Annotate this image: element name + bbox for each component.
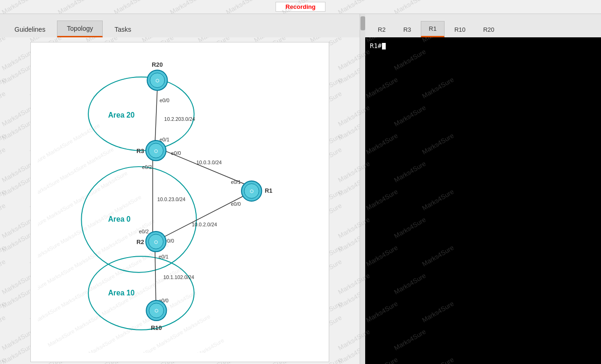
svg-text:R2: R2 xyxy=(136,238,144,245)
svg-text:e0/1: e0/1 xyxy=(159,254,169,259)
router-tab-r1[interactable]: R1 xyxy=(421,21,445,37)
svg-text:Area 20: Area 20 xyxy=(108,111,134,119)
left-panel: Marks4SureMarks4SureMarks4SureMarks4Sure… xyxy=(0,14,360,364)
svg-text:e0/1: e0/1 xyxy=(231,179,240,185)
router-r1: ⬡ R1 xyxy=(241,181,272,201)
terminal-prompt: R1# xyxy=(370,42,382,49)
svg-text:R10: R10 xyxy=(151,324,162,331)
svg-text:Area 0: Area 0 xyxy=(108,215,130,223)
svg-text:10.0.2.0/24: 10.0.2.0/24 xyxy=(192,222,217,227)
tab-guidelines[interactable]: Guidelines xyxy=(5,21,55,37)
top-bar: Recording xyxy=(0,0,601,14)
main-container: Marks4SureMarks4SureMarks4SureMarks4Sure… xyxy=(0,14,601,364)
tab-topology[interactable]: Topology xyxy=(57,21,103,37)
svg-text:e0/0: e0/0 xyxy=(231,201,240,207)
router-r2: ⬡ R2 xyxy=(136,231,166,252)
router-tab-bar: R2 R3 R1 R10 R20 xyxy=(365,14,601,37)
svg-text:10.2.203.0/24: 10.2.203.0/24 xyxy=(164,116,195,122)
svg-text:⬡: ⬡ xyxy=(154,149,158,154)
router-tab-r3[interactable]: R3 xyxy=(396,22,419,37)
topology-svg: Marks4Sure Marks4Sure Marks4Sure Marks4S… xyxy=(38,49,327,353)
router-tab-r20[interactable]: R20 xyxy=(475,22,502,37)
router-r3: ⬡ R3 xyxy=(136,140,166,161)
svg-text:10.0.23.0/24: 10.0.23.0/24 xyxy=(157,196,185,202)
svg-text:⬡: ⬡ xyxy=(155,308,158,313)
svg-text:⬡: ⬡ xyxy=(154,240,158,245)
svg-line-17 xyxy=(155,89,157,144)
svg-text:R3: R3 xyxy=(136,147,144,154)
router-r20: ⬡ R20 xyxy=(147,61,167,90)
router-tab-r2[interactable]: R2 xyxy=(370,22,394,37)
svg-text:R20: R20 xyxy=(152,61,163,68)
svg-point-11 xyxy=(88,77,194,151)
svg-text:e0/0: e0/0 xyxy=(171,151,181,156)
topology-content: Marks4Sure Marks4Sure Marks4Sure Marks4S… xyxy=(0,37,360,364)
svg-text:10.1.102.0/24: 10.1.102.0/24 xyxy=(163,274,194,280)
recording-badge: Recording xyxy=(276,2,325,12)
svg-text:e0/2: e0/2 xyxy=(142,164,152,170)
right-panel: Marks4SureMarks4SureMarks4SureMarks4Sure… xyxy=(365,14,601,364)
svg-text:⬡: ⬡ xyxy=(156,78,159,83)
svg-text:⬡: ⬡ xyxy=(250,189,254,194)
scroll-area[interactable] xyxy=(360,14,365,364)
svg-text:e0/2: e0/2 xyxy=(139,229,148,234)
tab-tasks[interactable]: Tasks xyxy=(105,21,141,37)
topology-diagram: Marks4Sure Marks4Sure Marks4Sure Marks4S… xyxy=(30,42,329,362)
svg-text:R1: R1 xyxy=(265,187,272,194)
terminal[interactable]: R1# xyxy=(365,37,601,364)
scroll-thumb[interactable] xyxy=(361,16,365,30)
router-tab-r10[interactable]: R10 xyxy=(446,22,474,37)
terminal-cursor xyxy=(382,43,386,49)
recording-label: Recording xyxy=(285,3,315,10)
svg-text:e0/0: e0/0 xyxy=(160,98,170,103)
svg-text:10.0.3.0/24: 10.0.3.0/24 xyxy=(197,160,222,165)
svg-text:Area 10: Area 10 xyxy=(108,289,134,297)
tab-bar: Guidelines Topology Tasks xyxy=(0,14,360,37)
